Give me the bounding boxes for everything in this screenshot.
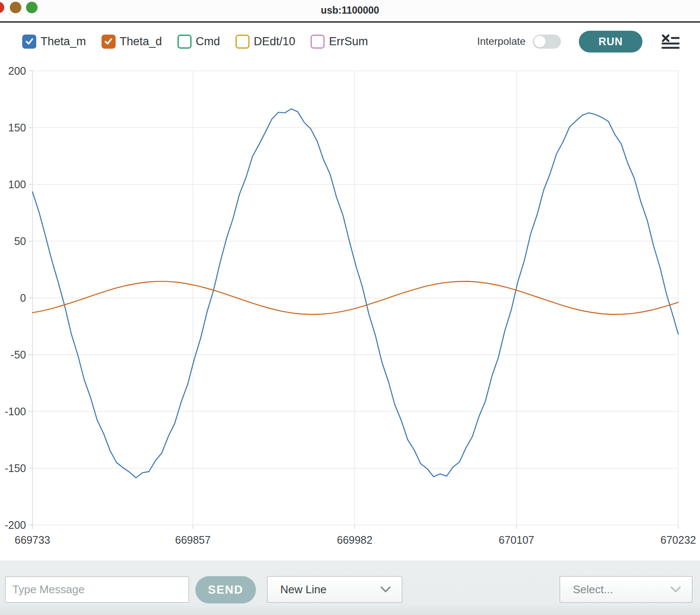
x-tick-label: 670107 — [499, 534, 534, 546]
toolbar-right: Interpolate RUN — [477, 23, 680, 60]
message-input[interactable] — [5, 577, 189, 603]
chart-svg: 200150100500-50-100-150-2006697336698576… — [0, 22, 700, 560]
y-tick-label: 200 — [8, 65, 26, 77]
series-checkbox-4[interactable] — [235, 35, 250, 49]
toggle-knob-icon — [534, 36, 546, 47]
y-tick-label: -200 — [5, 519, 26, 531]
grid-layer — [29, 71, 678, 529]
line-ending-select[interactable]: New Line — [267, 576, 402, 603]
preset-select[interactable]: Select... — [560, 576, 692, 603]
y-tick-label: 150 — [8, 122, 26, 134]
legend-item-theta-d: Theta_d — [102, 35, 162, 49]
x-tick-label: 669982 — [337, 534, 372, 546]
message-bar: SEND New Line Select... — [0, 560, 700, 615]
y-tick-label: -50 — [11, 349, 26, 361]
series-checkbox-1[interactable] — [22, 35, 36, 49]
checkmark-icon — [24, 36, 35, 47]
y-tick-label: -150 — [5, 462, 26, 474]
x-tick-label: 669857 — [175, 534, 211, 546]
y-tick-label: -100 — [5, 405, 26, 417]
series-line-theta-m — [32, 109, 678, 478]
series-label: Theta_d — [120, 35, 162, 48]
chevron-down-icon — [380, 586, 391, 592]
interpolate-label: Interpolate — [477, 35, 526, 47]
window-titlebar: usb:1100000 — [0, 0, 700, 23]
interpolate-toggle[interactable] — [533, 35, 561, 49]
x-tick-label: 669733 — [15, 534, 50, 546]
series-label: DEdt/10 — [254, 35, 296, 48]
run-button[interactable]: RUN — [579, 31, 642, 52]
toolbar: Theta_mTheta_dCmdDEdt/10ErrSum Interpola… — [0, 23, 700, 60]
series-label: ErrSum — [329, 35, 368, 48]
y-tick-label: 0 — [20, 292, 26, 304]
preset-select-value: Select... — [560, 583, 671, 596]
line-ending-value: New Line — [267, 583, 380, 596]
clear-list-icon[interactable] — [662, 34, 680, 49]
series-checkbox-2[interactable] — [102, 35, 116, 49]
legend-item-theta-m: Theta_m — [22, 35, 86, 49]
legend-item-dedt-10: DEdt/10 — [235, 35, 296, 49]
legend-item-cmd: Cmd — [177, 35, 220, 49]
checkmark-icon — [103, 36, 113, 47]
legend-item-errsum: ErrSum — [311, 35, 368, 49]
y-tick-label: 50 — [14, 235, 26, 247]
plot-area: 200150100500-50-100-150-2006697336698576… — [0, 22, 700, 560]
axis-labels: 200150100500-50-100-150-2006697336698576… — [5, 65, 696, 546]
series-legend: Theta_mTheta_dCmdDEdt/10ErrSum — [22, 23, 368, 60]
y-tick-label: 100 — [8, 178, 26, 190]
series-label: Cmd — [196, 35, 220, 48]
window-title: usb:1100000 — [0, 0, 700, 21]
series-label: Theta_m — [41, 35, 86, 48]
series-checkbox-5[interactable] — [311, 35, 325, 49]
chevron-down-icon — [671, 586, 681, 592]
x-tick-label: 670232 — [660, 534, 696, 546]
series-checkbox-3[interactable] — [177, 35, 192, 49]
send-button[interactable]: SEND — [195, 576, 256, 603]
